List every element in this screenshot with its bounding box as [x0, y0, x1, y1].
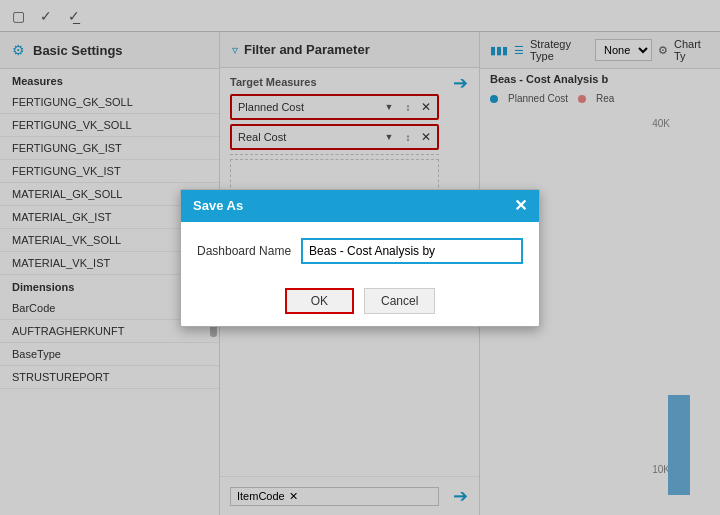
dialog-footer: OK Cancel — [181, 280, 539, 326]
dialog-title: Save As — [193, 198, 243, 213]
dashboard-name-input[interactable] — [301, 238, 523, 264]
cancel-button[interactable]: Cancel — [364, 288, 435, 314]
save-as-dialog: Save As ✕ Dashboard Name OK Cancel — [180, 189, 540, 327]
dialog-close-btn[interactable]: ✕ — [514, 198, 527, 214]
dashboard-name-label: Dashboard Name — [197, 244, 291, 258]
dialog-overlay: Save As ✕ Dashboard Name OK Cancel — [0, 0, 720, 515]
ok-button[interactable]: OK — [285, 288, 354, 314]
dialog-header: Save As ✕ — [181, 190, 539, 222]
dialog-body: Dashboard Name — [181, 222, 539, 280]
